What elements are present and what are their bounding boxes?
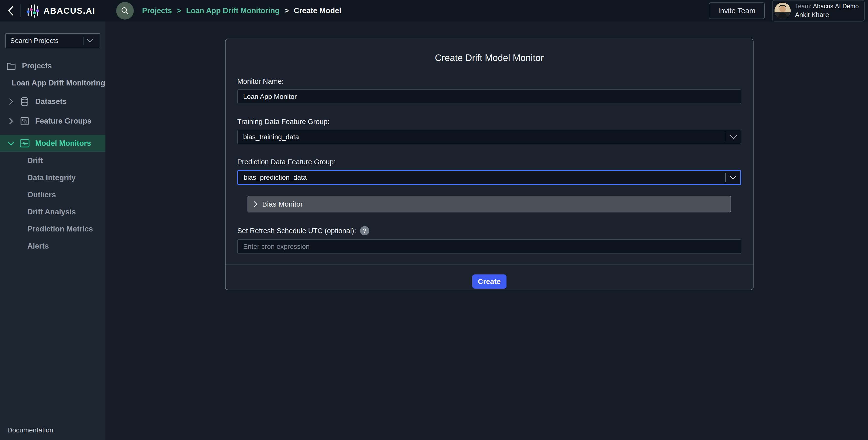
sidebar-item-label: Loan App Drift Monitoring — [12, 79, 105, 87]
model-monitor-icon — [20, 139, 30, 147]
chevron-right-icon — [8, 98, 14, 105]
search-projects-select[interactable]: Search Projects — [5, 33, 100, 48]
sidebar-subitem-drift-analysis[interactable]: Drift Analysis — [0, 206, 105, 218]
search-projects-placeholder: Search Projects — [10, 37, 59, 45]
sidebar-subitem-prediction-metrics[interactable]: Prediction Metrics — [0, 223, 105, 235]
avatar — [775, 3, 790, 19]
chevron-down-icon — [8, 142, 14, 145]
sidebar-item-feature-groups[interactable]: Feature Groups — [0, 114, 105, 128]
invite-team-button[interactable]: Invite Team — [709, 2, 765, 19]
create-button[interactable]: Create — [472, 274, 506, 289]
sidebar-item-datasets[interactable]: Datasets — [0, 95, 105, 109]
selected-value: bias_training_data — [243, 133, 299, 141]
prediction-feature-group-label: Prediction Data Feature Group: — [237, 158, 741, 166]
sidebar-item-current-project[interactable]: Loan App Drift Monitoring — [0, 76, 105, 90]
sidebar-subitem-outliers[interactable]: Outliers — [0, 189, 105, 201]
database-icon — [20, 97, 30, 106]
top-bar: ABACUS.AI Projects > Loan App Drift Moni… — [0, 0, 868, 22]
feature-groups-icon — [20, 117, 30, 125]
sidebar-subitem-drift[interactable]: Drift — [0, 155, 105, 167]
user-menu[interactable]: Team: Abacus.AI Demo Ankit Khare — [772, 0, 865, 22]
model-monitors-submenu: Drift Data Integrity Outliers Drift Anal… — [0, 155, 105, 252]
training-feature-group-select[interactable]: bias_training_data — [237, 130, 741, 144]
sidebar-subitem-alerts[interactable]: Alerts — [0, 240, 105, 252]
sidebar-item-projects[interactable]: Projects — [0, 59, 105, 73]
create-monitor-card: Create Drift Model Monitor Monitor Name:… — [225, 38, 753, 290]
sidebar-item-model-monitors[interactable]: Model Monitors — [0, 135, 105, 152]
breadcrumb-separator: > — [284, 6, 289, 15]
sidebar-item-label: Feature Groups — [35, 117, 92, 125]
sidebar-item-label: Datasets — [35, 97, 67, 106]
sidebar: Search Projects Projects Loan App Drift … — [0, 22, 105, 440]
user-info-text: Team: Abacus.AI Demo Ankit Khare — [795, 2, 859, 20]
chevron-down-icon[interactable] — [84, 39, 96, 43]
sidebar-subitem-data-integrity[interactable]: Data Integrity — [0, 172, 105, 184]
breadcrumb-current-page: Create Model — [293, 6, 341, 15]
breadcrumb-project-link[interactable]: Loan App Drift Monitoring — [186, 6, 279, 15]
sidebar-item-label: Drift Analysis — [27, 208, 76, 216]
breadcrumb-separator: > — [177, 6, 181, 15]
refresh-schedule-label: Set Refresh Schedule UTC (optional): ? — [237, 226, 741, 235]
prediction-feature-group-select[interactable]: bias_prediction_data — [237, 170, 741, 185]
monitor-name-label: Monitor Name: — [237, 78, 741, 85]
breadcrumb: Projects > Loan App Drift Monitoring > C… — [142, 6, 341, 15]
divider — [21, 4, 21, 17]
chevron-down-icon[interactable] — [726, 135, 741, 139]
chevron-right-icon — [254, 201, 257, 207]
folder-icon — [6, 62, 17, 70]
breadcrumb-projects-link[interactable]: Projects — [142, 6, 172, 15]
monitor-name-input[interactable] — [237, 89, 741, 104]
cron-expression-input[interactable] — [237, 239, 741, 254]
main-content: Create Drift Model Monitor Monitor Name:… — [105, 22, 868, 440]
divider — [225, 264, 753, 265]
sidebar-item-label: Prediction Metrics — [27, 225, 93, 233]
global-search-button[interactable] — [116, 2, 134, 20]
team-prefix-label: Team: — [795, 3, 812, 9]
sidebar-item-label: Drift — [27, 156, 43, 165]
team-name: Abacus.AI Demo — [813, 3, 859, 9]
chevron-right-icon — [8, 118, 14, 124]
abacus-logo[interactable]: ABACUS.AI — [26, 4, 95, 18]
sidebar-item-label: Projects — [22, 61, 52, 70]
back-chevron-icon[interactable] — [5, 4, 16, 18]
bias-monitor-accordion[interactable]: Bias Monitor — [248, 196, 731, 212]
help-icon[interactable]: ? — [360, 226, 369, 235]
documentation-link[interactable]: Documentation — [7, 426, 53, 434]
topbar-right-section: Invite Team Team: Abacus.AI Demo Ankit K… — [709, 0, 868, 22]
chevron-down-icon[interactable] — [726, 176, 740, 180]
sidebar-item-label: Outliers — [27, 190, 56, 199]
sidebar-item-label: Model Monitors — [35, 139, 91, 148]
selected-value: bias_prediction_data — [244, 174, 307, 181]
sidebar-nav: Projects Loan App Drift Monitoring Datas… — [0, 59, 105, 252]
page-title: Create Drift Model Monitor — [237, 53, 741, 63]
training-feature-group-label: Training Data Feature Group: — [237, 118, 741, 126]
logo-wordmark: ABACUS.AI — [43, 6, 95, 16]
user-name: Ankit Khare — [795, 10, 859, 20]
topbar-logo-section: ABACUS.AI — [0, 4, 105, 18]
bias-monitor-label: Bias Monitor — [262, 200, 303, 208]
sidebar-item-label: Data Integrity — [27, 173, 76, 182]
sidebar-item-label: Alerts — [27, 242, 49, 251]
abacus-logo-icon — [26, 4, 39, 18]
